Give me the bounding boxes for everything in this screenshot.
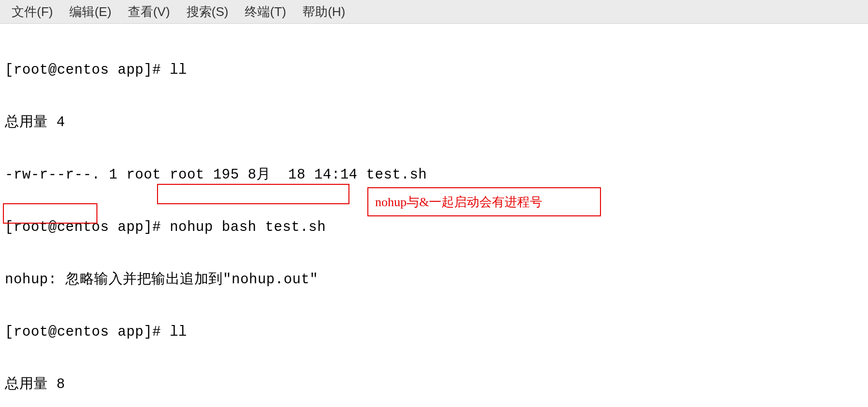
menu-view[interactable]: 查看(V)	[128, 3, 170, 20]
terminal-line: [root@centos app]# ll	[5, 324, 863, 341]
menu-terminal[interactable]: 终端(T)	[245, 3, 286, 20]
menu-bar: 文件(F) 编辑(E) 查看(V) 搜索(S) 终端(T) 帮助(H)	[0, 0, 868, 24]
menu-help[interactable]: 帮助(H)	[302, 3, 345, 20]
terminal-line: nohup: 忽略输入并把输出追加到"nohup.out"	[5, 271, 863, 289]
highlight-box-command	[157, 184, 349, 204]
terminal-line: -rw-r--r--. 1 root root 195 8月 18 14:14 …	[5, 166, 863, 184]
menu-file[interactable]: 文件(F)	[12, 3, 53, 20]
annotation-box: nohup与&一起启动会有进程号	[367, 187, 601, 216]
annotation-text: nohup与&一起启动会有进程号	[375, 194, 542, 211]
terminal-line: [root@centos app]# nohup bash test.sh	[5, 219, 863, 236]
terminal-line: 总用量 8	[5, 376, 863, 393]
menu-edit[interactable]: 编辑(E)	[69, 3, 111, 20]
menu-search[interactable]: 搜索(S)	[187, 3, 229, 20]
terminal-line: [root@centos app]# ll	[5, 62, 863, 79]
terminal-line: 总用量 4	[5, 114, 863, 131]
